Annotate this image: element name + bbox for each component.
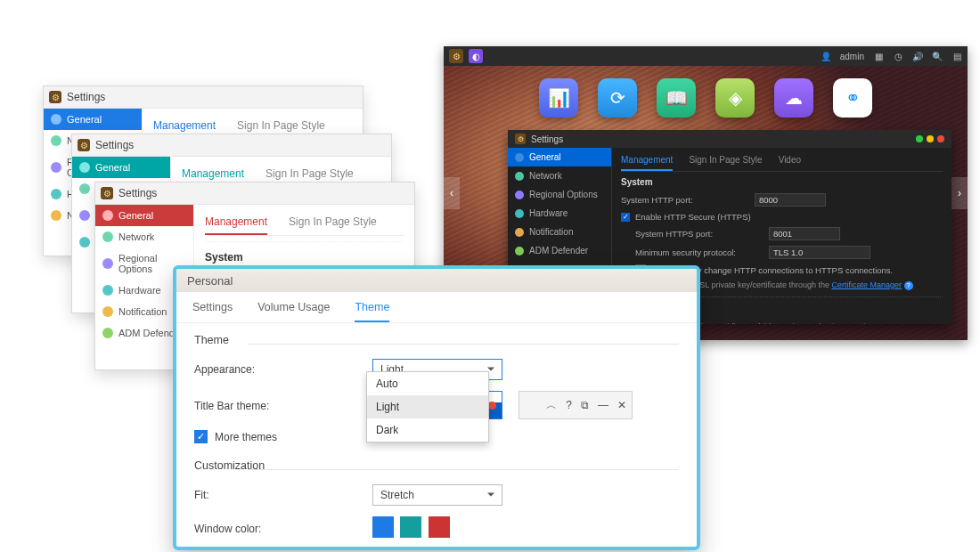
appearance-option-light[interactable]: Light xyxy=(367,395,488,418)
taskbar-app-generic[interactable]: ◐ xyxy=(469,49,483,63)
tab-management[interactable]: Management xyxy=(205,212,267,235)
window-color-swatch[interactable] xyxy=(400,516,421,538)
sidebar-item-general[interactable]: General xyxy=(508,148,611,166)
more-themes-label: More themes xyxy=(215,431,277,443)
legend-theme: Theme xyxy=(194,334,229,346)
dock-app-photos[interactable]: 📊 xyxy=(539,78,578,118)
https-port-input[interactable]: 8001 xyxy=(769,227,840,240)
settings-titlebar[interactable]: ⚙ Settings xyxy=(44,86,363,109)
tab-management[interactable]: Management xyxy=(621,153,673,171)
personal-titlebar[interactable]: Personal xyxy=(176,269,697,292)
appearance-option-auto[interactable]: Auto xyxy=(367,372,488,395)
appearance-dropdown: Auto Light Dark xyxy=(366,371,489,442)
taskbar: ⚙ ◐ 👤 admin ▦ ◷ 🔊 🔍 ▤ xyxy=(444,46,968,66)
desktop-next-icon[interactable]: › xyxy=(951,177,968,209)
settings-title: Settings xyxy=(67,91,105,103)
clock-icon[interactable]: ◷ xyxy=(893,51,903,61)
tab-settings[interactable]: Settings xyxy=(192,301,233,322)
close-icon: ✕ xyxy=(617,399,626,411)
search-icon[interactable]: 🔍 xyxy=(932,51,943,61)
dark-settings-title: Settings xyxy=(531,134,563,144)
tab-volume-usage[interactable]: Volume Usage xyxy=(257,301,330,322)
taskbar-user-label: admin xyxy=(840,52,864,61)
taskbar-app-settings[interactable]: ⚙ xyxy=(449,49,463,63)
tab-video[interactable]: Video xyxy=(779,153,801,171)
dock-app-files[interactable]: ◈ xyxy=(715,78,755,118)
tab-theme[interactable]: Theme xyxy=(355,301,389,322)
min-proto-select[interactable]: TLS 1.0 xyxy=(769,246,870,259)
caret-up-icon: ︿ xyxy=(546,398,557,413)
enable-https-label: Enable HTTP Secure (HTTPS) xyxy=(635,212,751,222)
sidebar-item-network[interactable]: Network xyxy=(95,226,193,248)
titlebar-theme-label: Title Bar theme: xyxy=(194,391,372,412)
gear-icon: ⚙ xyxy=(78,139,90,151)
appearance-option-dark[interactable]: Dark xyxy=(367,418,488,442)
min-proto-label: Minimum security protocol: xyxy=(621,248,769,257)
appearance-label: Appearance: xyxy=(194,363,372,376)
sidebar-item-regional[interactable]: Regional Options xyxy=(508,185,611,204)
window-color-swatch[interactable] xyxy=(372,516,394,538)
settings-titlebar[interactable]: ⚙ Settings xyxy=(72,134,391,157)
user-icon[interactable]: 👤 xyxy=(821,51,831,61)
sidebar-item-general[interactable]: General xyxy=(95,205,193,226)
https-port-label: System HTTPS port: xyxy=(621,229,769,239)
traffic-red-icon xyxy=(488,402,496,410)
dock-app-backup[interactable]: ⟳ xyxy=(598,78,637,118)
fit-select[interactable]: Stretch xyxy=(372,484,502,506)
more-themes-checkbox[interactable]: ✓ xyxy=(194,430,208,443)
http-port-input[interactable]: 8000 xyxy=(755,193,826,207)
sidebar-item-network[interactable]: Network xyxy=(508,166,611,185)
tab-signin-style[interactable]: Sign In Page Style xyxy=(689,153,762,171)
window-color-label: Window color: xyxy=(194,523,372,535)
gear-icon: ⚙ xyxy=(515,134,526,144)
app-dock: 📊 ⟳ 📖 ◈ ☁ ⚭ xyxy=(444,78,968,118)
sidebar-item-general[interactable]: General xyxy=(72,157,170,178)
titlebar-preview-light[interactable]: ︿ ? ⧉ — ✕ xyxy=(519,391,633,419)
tab-signin-style[interactable]: Sign In Page Style xyxy=(289,212,377,235)
grid-icon[interactable]: ▦ xyxy=(873,51,884,61)
notify-icon[interactable]: ▤ xyxy=(951,51,962,61)
window-restore-icon: ⧉ xyxy=(581,399,589,411)
dark-settings-titlebar[interactable]: ⚙ Settings xyxy=(508,130,951,148)
fit-label: Fit: xyxy=(194,489,372,501)
dock-app-network[interactable]: ⚭ xyxy=(833,78,872,118)
cert-manager-link[interactable]: Certificate Manager xyxy=(831,280,902,289)
help-icon[interactable]: ? xyxy=(904,281,913,290)
dock-app-cloud[interactable]: ☁ xyxy=(774,78,813,118)
window-color-swatch[interactable] xyxy=(429,516,450,538)
personal-title: Personal xyxy=(187,274,233,288)
settings-title: Settings xyxy=(118,187,157,199)
sidebar-item-notification[interactable]: Notification xyxy=(508,223,611,241)
desktop-prev-icon[interactable]: ‹ xyxy=(444,177,460,209)
minimize-icon: — xyxy=(598,399,608,411)
volume-icon[interactable]: 🔊 xyxy=(912,51,923,61)
http-port-label: System HTTP port: xyxy=(621,195,755,205)
settings-titlebar[interactable]: ⚙ Settings xyxy=(95,183,414,205)
section-system: System xyxy=(621,172,943,191)
question-icon: ? xyxy=(566,399,572,411)
gear-icon: ⚙ xyxy=(49,91,61,103)
sidebar-item-adm-defender[interactable]: ADM Defender xyxy=(508,241,611,260)
dock-app-library[interactable]: 📖 xyxy=(657,78,696,118)
legend-customization: Customization xyxy=(194,459,265,472)
sidebar-item-hardware[interactable]: Hardware xyxy=(508,204,611,223)
settings-title: Settings xyxy=(95,139,134,151)
gear-icon: ⚙ xyxy=(101,187,113,199)
window-traffic-lights[interactable] xyxy=(912,134,944,144)
sidebar-item-general[interactable]: General xyxy=(44,109,142,130)
enable-https-checkbox[interactable]: ✓ xyxy=(621,213,630,222)
